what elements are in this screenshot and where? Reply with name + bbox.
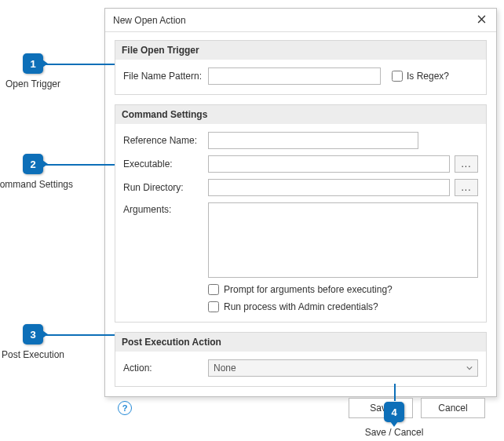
arguments-label: Arguments: <box>123 202 208 215</box>
callout-badge: 1 <box>23 53 43 74</box>
close-button[interactable] <box>466 9 496 32</box>
dialog-content: File Open Trigger File Name Pattern: Is … <box>105 32 496 426</box>
chevron-down-icon <box>466 363 473 374</box>
post-execution-header: Post Execution Action <box>115 333 486 352</box>
new-open-action-dialog: New Open Action File Open Trigger File N… <box>104 8 497 397</box>
ellipsis-icon: ... <box>461 159 471 169</box>
file-open-trigger-group: File Open Trigger File Name Pattern: Is … <box>115 40 487 95</box>
callout-label: Post Execution <box>0 349 80 360</box>
file-open-trigger-header: File Open Trigger <box>115 41 486 60</box>
callout-2: 2 Command Settings <box>0 154 80 190</box>
post-execution-group: Post Execution Action Action: None <box>115 332 487 387</box>
dialog-titlebar: New Open Action <box>105 9 496 32</box>
callout-number: 3 <box>30 329 35 341</box>
callout-badge: 2 <box>23 154 43 174</box>
is-regex-option[interactable]: Is Regex? <box>392 71 449 82</box>
arguments-textarea[interactable] <box>208 202 478 278</box>
command-settings-group: Command Settings Reference Name: Executa… <box>115 104 487 323</box>
cancel-button-label: Cancel <box>438 403 467 414</box>
run-directory-input[interactable] <box>208 179 450 196</box>
callout-number: 4 <box>391 406 396 418</box>
dialog-title: New Open Action <box>113 15 186 26</box>
callout-connector <box>394 384 396 401</box>
ellipsis-icon: ... <box>461 182 471 193</box>
callout-badge: 3 <box>23 324 43 344</box>
action-label: Action: <box>123 363 208 374</box>
admin-credentials-checkbox[interactable] <box>208 301 219 312</box>
callout-4: 4 Save / Cancel <box>347 402 441 438</box>
callout-label: Open Trigger <box>0 78 80 89</box>
file-name-pattern-label: File Name Pattern: <box>123 71 208 82</box>
run-directory-label: Run Directory: <box>123 182 208 193</box>
is-regex-checkbox[interactable] <box>392 71 403 82</box>
browse-executable-button[interactable]: ... <box>455 155 478 173</box>
callout-label: Save / Cancel <box>347 427 441 438</box>
prompt-arguments-checkbox[interactable] <box>208 284 219 295</box>
prompt-arguments-option[interactable]: Prompt for arguments before executing? <box>208 284 478 295</box>
executable-input[interactable] <box>208 155 450 173</box>
action-select-value: None <box>214 363 236 374</box>
prompt-arguments-label: Prompt for arguments before executing? <box>224 284 393 295</box>
admin-credentials-label: Run process with Admin credentials? <box>224 301 378 312</box>
reference-name-input[interactable] <box>208 132 418 149</box>
action-select[interactable]: None <box>208 359 478 377</box>
admin-credentials-option[interactable]: Run process with Admin credentials? <box>208 301 478 312</box>
callout-badge: 4 <box>384 402 404 422</box>
help-icon: ? <box>122 403 128 413</box>
callout-1: 1 Open Trigger <box>0 53 80 89</box>
close-icon <box>477 15 486 26</box>
is-regex-label: Is Regex? <box>407 71 449 82</box>
callout-number: 2 <box>30 159 35 170</box>
callout-label: Command Settings <box>0 179 80 190</box>
command-settings-header: Command Settings <box>115 105 486 124</box>
help-button[interactable]: ? <box>118 401 132 415</box>
callout-number: 1 <box>30 58 35 70</box>
callout-3: 3 Post Execution <box>0 324 80 360</box>
file-name-pattern-input[interactable] <box>208 67 381 85</box>
reference-name-label: Reference Name: <box>123 135 208 146</box>
executable-label: Executable: <box>123 159 208 169</box>
browse-run-directory-button[interactable]: ... <box>455 179 478 196</box>
